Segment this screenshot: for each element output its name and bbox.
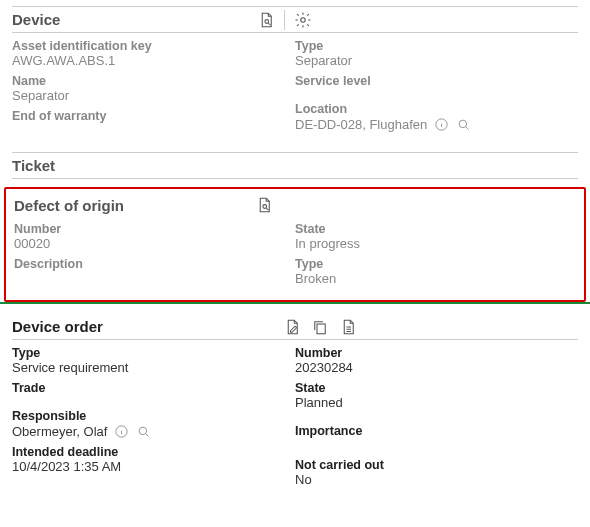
defect-number-label: Number — [14, 222, 285, 236]
defect-description-label: Description — [14, 257, 285, 271]
document-edit-icon[interactable] — [282, 317, 302, 337]
document-search-icon[interactable] — [254, 195, 274, 215]
ticket-title: Ticket — [12, 155, 55, 176]
defect-type-value: Broken — [295, 271, 566, 286]
search-icon[interactable] — [135, 423, 151, 439]
info-icon[interactable] — [113, 423, 129, 439]
device-section: Device Asset identification key AWG.AWA.… — [0, 0, 590, 146]
device-header: Device — [12, 6, 578, 33]
document-icon[interactable] — [338, 317, 358, 337]
ticket-section: Ticket — [0, 146, 590, 187]
order-nco-value: No — [295, 472, 568, 487]
device-type-label: Type — [295, 39, 568, 53]
service-level-label: Service level — [295, 74, 568, 88]
order-responsible-label: Responsible — [12, 409, 285, 423]
asset-key-label: Asset identification key — [12, 39, 285, 53]
order-header: Device order — [12, 314, 578, 340]
device-type-value: Separator — [295, 53, 568, 68]
location-label: Location — [295, 102, 568, 116]
svg-point-3 — [459, 120, 467, 128]
device-header-icons — [256, 10, 313, 30]
device-title: Device — [12, 9, 60, 30]
order-fields: Type Service requirement Trade Responsib… — [12, 346, 578, 493]
device-fields: Asset identification key AWG.AWA.ABS.1 N… — [12, 39, 578, 138]
location-value: DE-DD-028, Flughafen — [295, 117, 427, 132]
defect-state-label: State — [295, 222, 566, 236]
svg-point-4 — [263, 204, 267, 208]
device-name-label: Name — [12, 74, 285, 88]
defect-state-value: In progress — [295, 236, 566, 251]
defect-number-value: 00020 — [14, 236, 285, 251]
svg-point-1 — [301, 17, 306, 22]
defect-type-label: Type — [295, 257, 566, 271]
divider — [284, 10, 285, 30]
defect-fields: Number 00020 Description State In progre… — [14, 222, 576, 292]
copy-icon[interactable] — [310, 317, 330, 337]
order-trade-label: Trade — [12, 381, 285, 395]
order-state-label: State — [295, 381, 568, 395]
document-search-icon[interactable] — [256, 10, 276, 30]
order-header-icons — [282, 317, 358, 337]
order-number-label: Number — [295, 346, 568, 360]
order-number-value: 20230284 — [295, 360, 568, 375]
svg-rect-5 — [317, 324, 325, 334]
device-name-value: Separator — [12, 88, 285, 103]
order-nco-label: Not carried out — [295, 458, 568, 472]
order-type-value: Service requirement — [12, 360, 285, 375]
order-deadline-label: Intended deadline — [12, 445, 285, 459]
asset-key-value: AWG.AWA.ABS.1 — [12, 53, 285, 68]
ticket-header: Ticket — [12, 152, 578, 179]
defect-header: Defect of origin — [14, 193, 576, 218]
end-of-warranty-label: End of warranty — [12, 109, 285, 123]
device-order-section: Device order Type Service requirement Tr… — [0, 308, 590, 501]
order-state-value: Planned — [295, 395, 568, 410]
search-icon[interactable] — [455, 116, 471, 132]
svg-point-0 — [265, 19, 269, 23]
order-importance-label: Importance — [295, 424, 568, 438]
defect-title: Defect of origin — [14, 195, 124, 216]
defect-highlight-box: Defect of origin Number 00020 Descriptio… — [4, 187, 586, 302]
order-deadline-value: 10/4/2023 1:35 AM — [12, 459, 285, 474]
gear-icon[interactable] — [293, 10, 313, 30]
order-responsible-value: Obermeyer, Olaf — [12, 424, 107, 439]
svg-point-7 — [139, 427, 147, 435]
green-divider — [0, 302, 590, 304]
order-type-label: Type — [12, 346, 285, 360]
order-title: Device order — [12, 316, 103, 337]
info-icon[interactable] — [433, 116, 449, 132]
